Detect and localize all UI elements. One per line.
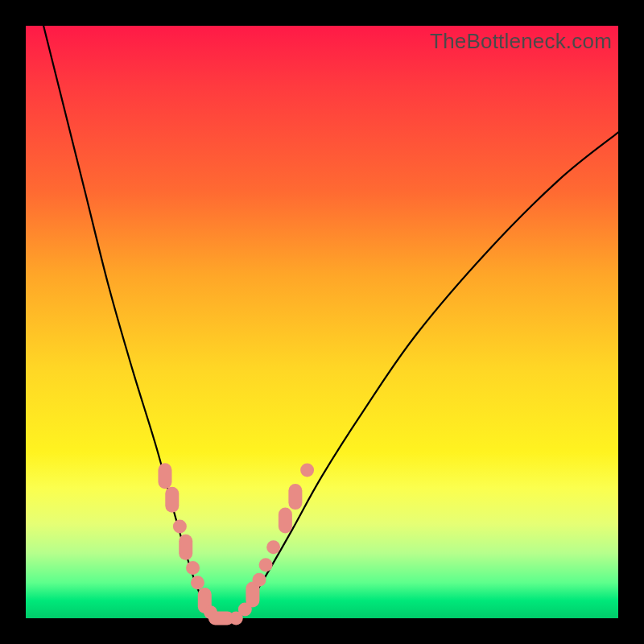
left-curve <box>43 26 215 618</box>
marker-pill <box>179 535 192 560</box>
marker-dot <box>266 540 280 554</box>
curve-layer <box>26 26 618 618</box>
marker-pill <box>165 487 179 513</box>
plot-area: TheBottleneck.com <box>26 26 618 618</box>
marker-pill <box>158 463 171 489</box>
marker-dot <box>259 558 273 572</box>
chart-frame: TheBottleneck.com <box>0 0 644 644</box>
marker-dot <box>252 573 266 587</box>
marker-pill <box>288 484 302 510</box>
marker-dot <box>186 561 200 575</box>
marker-dot <box>300 464 314 477</box>
right-curve <box>239 132 618 618</box>
marker-pill <box>279 508 292 534</box>
marker-layer <box>158 463 314 625</box>
marker-dot <box>173 519 187 533</box>
marker-dot <box>191 576 204 589</box>
